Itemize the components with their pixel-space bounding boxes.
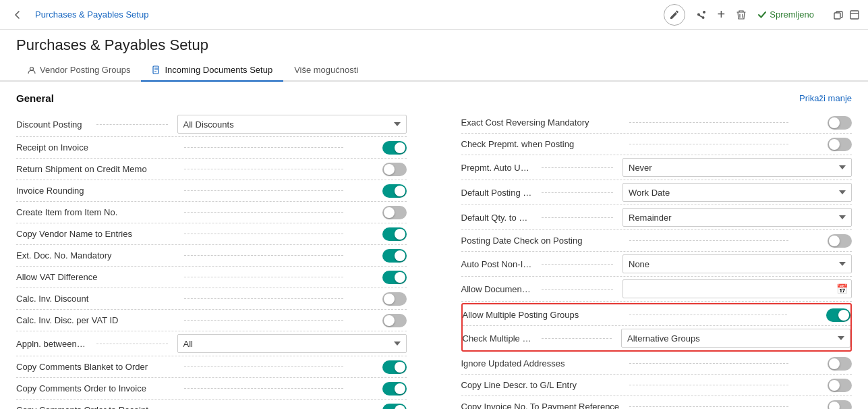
dots-separator [184, 366, 343, 367]
setting-row-create-item-from-item-no: Create Item from Item No. [16, 202, 407, 223]
highlight-group: Allow Multiple Posting GroupsCheck Multi… [461, 303, 852, 352]
calendar-icon[interactable]: 📅 [836, 283, 848, 294]
calc-inv-discount-control [353, 292, 407, 306]
nav-icons: + Spremljeno [664, 4, 860, 26]
setting-row-check-prepmt-when-posting: Check Prepmt. when Posting [461, 134, 852, 155]
breadcrumb[interactable]: Purchases & Payables Setup [35, 9, 148, 20]
discount-posting-label: Discount Posting [16, 119, 87, 130]
settings-grid: Discount PostingAll DiscountsInvoice Dis… [16, 112, 852, 409]
dots-separator [184, 320, 343, 321]
exact-cost-reversing-mandatory-control [798, 116, 852, 130]
discount-posting-control: All DiscountsInvoice DiscountsLine Disco… [177, 115, 407, 134]
allow-multiple-posting-groups-toggle[interactable] [826, 308, 850, 322]
setting-row-ignore-updated-addresses: Ignore Updated Addresses [461, 353, 852, 375]
create-item-from-item-no-toggle[interactable] [382, 206, 407, 219]
share-button[interactable] [696, 9, 707, 20]
tab-vendor-posting-groups-label: Vendor Posting Groups [40, 65, 130, 75]
posting-date-check-on-posting-toggle[interactable] [828, 234, 852, 248]
check-multiple-posting-groups-select[interactable]: Alternative GroupsCompatible GroupsNone [621, 329, 850, 348]
edit-button[interactable] [664, 4, 685, 26]
default-qty-to-receive-control: RemainderBlank [623, 208, 852, 227]
allow-vat-difference-toggle[interactable] [382, 271, 407, 284]
invoice-rounding-control [353, 184, 407, 198]
copy-invoice-no-to-payment-ref-toggle[interactable] [828, 400, 852, 410]
back-button[interactable] [8, 5, 27, 24]
show-less-link[interactable]: Prikaži manje [799, 93, 852, 103]
tab-vise-mogucnosti[interactable]: Više mogućnosti [283, 59, 369, 82]
appln-between-currencies-label: Appln. between Currencies [16, 339, 87, 349]
saved-indicator: Spremljeno [757, 9, 814, 20]
setting-row-return-shipment-credit-memo: Return Shipment on Credit Memo [16, 159, 407, 180]
setting-row-default-posting-date: Default Posting DateWork DateNo DateToda… [461, 180, 852, 205]
allow-document-deletion-before-input[interactable] [623, 279, 852, 298]
auto-post-non-invt-via-whse-label: Auto Post Non-Invt. via Whse. [461, 259, 533, 269]
return-shipment-credit-memo-toggle[interactable] [382, 163, 407, 176]
copy-line-descr-to-gl-entry-label: Copy Line Descr. to G/L Entry [461, 380, 620, 390]
dots-separator [629, 122, 788, 123]
user-icon [27, 65, 36, 75]
copy-comments-blanket-to-order-toggle[interactable] [382, 360, 407, 374]
discount-posting-select[interactable]: All DiscountsInvoice DiscountsLine Disco… [177, 115, 407, 134]
copy-comments-blanket-to-order-label: Copy Comments Blanket to Order [16, 362, 175, 372]
allow-document-deletion-before-label: Allow Document Deletion Before [461, 284, 533, 294]
check-prepmt-when-posting-toggle[interactable] [828, 138, 852, 151]
calc-inv-disc-per-vat-id-toggle[interactable] [382, 314, 407, 327]
tab-vendor-posting-groups[interactable]: Vendor Posting Groups [16, 59, 141, 82]
tab-vise-mogucnosti-label: Više mogućnosti [294, 65, 358, 75]
setting-row-copy-comments-blanket-to-order: Copy Comments Blanket to Order [16, 356, 407, 378]
setting-row-prepmt-auto-update-frequency: Prepmt. Auto Update FrequencyNeverDailyW… [461, 155, 852, 180]
exact-cost-reversing-mandatory-toggle[interactable] [828, 116, 852, 130]
dots-separator [542, 192, 613, 193]
setting-row-calc-inv-discount: Calc. Inv. Discount [16, 288, 407, 310]
copy-line-descr-to-gl-entry-toggle[interactable] [828, 379, 852, 392]
check-prepmt-when-posting-control [798, 138, 852, 151]
return-shipment-credit-memo-control [353, 163, 407, 176]
section-header: General Prikaži manje [16, 92, 852, 104]
section-title: General [16, 92, 54, 104]
copy-comments-order-to-invoice-toggle[interactable] [382, 382, 407, 396]
setting-row-exact-cost-reversing-mandatory: Exact Cost Reversing Mandatory [461, 112, 852, 134]
default-posting-date-select[interactable]: Work DateNo DateToday [623, 183, 852, 202]
copy-invoice-no-to-payment-ref-control [798, 400, 852, 410]
copy-comments-order-to-receipt-toggle[interactable] [382, 404, 407, 410]
top-nav: Purchases & Payables Setup + Spremljeno [0, 0, 868, 30]
setting-row-default-qty-to-receive: Default Qty. to ReceiveRemainderBlank [461, 205, 852, 230]
copy-vendor-name-to-entries-label: Copy Vendor Name to Entries [16, 229, 175, 239]
ignore-updated-addresses-toggle[interactable] [828, 357, 852, 371]
return-shipment-credit-memo-label: Return Shipment on Credit Memo [16, 164, 175, 174]
allow-document-deletion-before-control: 📅 [623, 279, 852, 298]
window-btn-1[interactable] [833, 9, 844, 20]
appln-between-currencies-select[interactable]: AllNoneEMU [177, 334, 407, 353]
dots-separator [184, 388, 343, 389]
receipt-on-invoice-toggle[interactable] [382, 141, 407, 155]
ext-doc-no-mandatory-toggle[interactable] [382, 249, 407, 263]
main-content: General Prikaži manje Discount PostingAl… [0, 82, 868, 409]
appln-between-currencies-control: AllNoneEMU [177, 334, 407, 353]
setting-row-check-multiple-posting-groups: Check Multiple Posting GroupsAlternative… [463, 326, 851, 350]
calc-inv-discount-toggle[interactable] [382, 292, 407, 306]
dots-separator [629, 363, 788, 364]
window-btn-2[interactable] [849, 9, 860, 20]
copy-comments-order-to-receipt-label: Copy Comments Order to Receipt [16, 405, 175, 409]
setting-row-allow-vat-difference: Allow VAT Difference [16, 267, 407, 288]
tab-incoming-documents-setup[interactable]: Incoming Documents Setup [141, 59, 283, 82]
delete-button[interactable] [736, 9, 747, 20]
tab-incoming-documents-setup-label: Incoming Documents Setup [165, 65, 272, 75]
copy-vendor-name-to-entries-toggle[interactable] [382, 227, 407, 241]
invoice-rounding-toggle[interactable] [382, 184, 407, 198]
copy-vendor-name-to-entries-control [353, 227, 407, 241]
page-header: Purchases & Payables Setup [0, 30, 868, 54]
prepmt-auto-update-frequency-control: NeverDailyWeekly [623, 158, 852, 177]
dots-separator [184, 234, 343, 234]
check-multiple-posting-groups-label: Check Multiple Posting Groups [463, 333, 533, 344]
dots-separator [96, 344, 167, 344]
setting-row-calc-inv-disc-per-vat-id: Calc. Inv. Disc. per VAT ID [16, 310, 407, 331]
dots-separator [629, 315, 787, 315]
setting-row-allow-multiple-posting-groups: Allow Multiple Posting Groups [463, 304, 851, 326]
dots-separator [542, 338, 612, 339]
auto-post-non-invt-via-whse-select[interactable]: NoneAttached/AssignedAll [623, 254, 852, 273]
default-qty-to-receive-select[interactable]: RemainderBlank [623, 208, 852, 227]
prepmt-auto-update-frequency-select[interactable]: NeverDailyWeekly [623, 158, 852, 177]
setting-row-receipt-on-invoice: Receipt on Invoice [16, 137, 407, 159]
add-button[interactable]: + [718, 7, 726, 22]
